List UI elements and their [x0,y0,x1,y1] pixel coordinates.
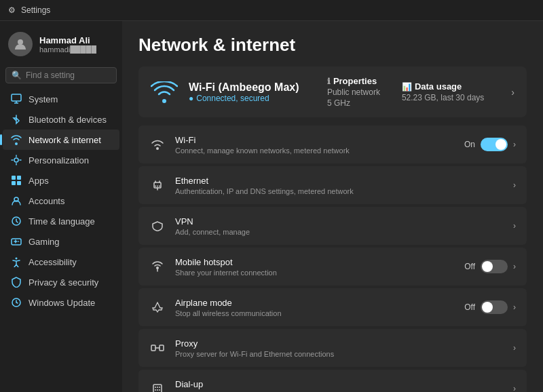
wifi-hero-name: Wi-Fi (Ambeego Max) [189,81,299,94]
settings-icon-vpn [149,218,166,234]
wifi-data-usage[interactable]: 📊 Data usage 52.23 GB, last 30 days [402,81,484,102]
sidebar-item-time[interactable]: Time & language [3,211,119,231]
settings-right-vpn: › [513,221,516,231]
chevron-airplane: › [513,302,516,312]
title-bar-text: Settings [21,5,50,15]
user-info: Hammad Ali hammadi█████ [39,35,96,54]
wifi-hero-right: ℹ Properties Public network 5 GHz 📊 Data… [327,76,514,108]
toggle-airplane[interactable] [481,300,508,314]
sidebar-item-network[interactable]: Network & internet [3,130,119,150]
settings-item-wifi[interactable]: Wi-Fi Connect, manage known networks, me… [138,125,527,163]
wifi-properties[interactable]: ℹ Properties Public network 5 GHz [327,76,380,108]
settings-right-proxy: › [513,343,516,353]
settings-item-vpn[interactable]: VPN Add, connect, manage › [138,207,527,245]
nav-label-accessibility: Accessibility [29,257,77,267]
svg-point-19 [157,387,158,388]
svg-rect-17 [153,385,162,392]
title-bar: ⚙ Settings [0,0,543,21]
svg-point-0 [18,39,23,45]
nav-label-system: System [29,94,58,104]
sidebar-item-apps[interactable]: Apps [3,170,119,191]
sidebar-item-personalization[interactable]: Personalization [3,150,119,170]
wifi-properties-title: ℹ Properties [327,76,380,86]
settings-text-wifi: Wi-Fi Connect, manage known networks, me… [175,135,455,155]
toggle-thumb-wifi [495,139,506,150]
sidebar-item-gaming[interactable]: Gaming [3,231,119,252]
sidebar: Hammad Ali hammadi█████ 🔍 System Bluetoo… [0,21,122,392]
toggle-wifi[interactable] [481,138,508,151]
chevron-ethernet: › [513,180,516,190]
svg-point-10 [16,258,18,260]
nav-icon-network [11,134,22,145]
search-input[interactable] [26,71,111,80]
svg-rect-3 [12,176,16,180]
sidebar-item-update[interactable]: Windows Update [3,292,119,313]
settings-item-hotspot[interactable]: Mobile hotspot Share your internet conne… [138,248,527,286]
nav-label-bluetooth: Bluetooth & devices [29,115,107,125]
settings-title-dialup: Dial-up [175,379,504,389]
settings-desc-airplane: Stop all wireless communication [175,309,455,317]
toggle-thumb-airplane [482,302,493,313]
settings-text-proxy: Proxy Proxy server for Wi-Fi and Etherne… [175,338,504,358]
sidebar-item-system[interactable]: System [3,89,119,109]
toggle-thumb-hotspot [482,261,493,272]
settings-desc-vpn: Add, connect, manage [175,228,504,236]
nav-items-container: System Bluetooth & devices Network & int… [0,89,122,313]
settings-icon-hotspot [149,258,166,275]
svg-point-20 [159,387,160,388]
settings-item-dialup[interactable]: Dial-up Set up a dial-up internet connec… [138,370,527,392]
settings-title-vpn: VPN [175,216,504,227]
svg-rect-13 [154,182,161,188]
nav-icon-time [11,216,22,227]
user-name: Hammad Ali [39,35,96,45]
svg-point-23 [159,389,160,391]
settings-item-ethernet[interactable]: Ethernet Authentication, IP and DNS sett… [138,166,527,204]
nav-icon-system [11,94,22,104]
svg-point-12 [156,147,159,150]
sidebar-item-bluetooth[interactable]: Bluetooth & devices [3,109,119,130]
wifi-hero-status: ● Connected, secured [189,94,299,103]
settings-title-hotspot: Mobile hotspot [175,257,455,267]
user-email: hammadi█████ [39,45,96,54]
settings-text-vpn: VPN Add, connect, manage [175,216,504,236]
chevron-dialup: › [513,384,516,392]
settings-title-ethernet: Ethernet [175,176,504,186]
svg-point-22 [157,389,158,391]
wifi-hero-info: Wi-Fi (Ambeego Max) ● Connected, secured [189,81,299,103]
svg-rect-5 [12,181,16,185]
settings-desc-proxy: Proxy server for Wi-Fi and Ethernet conn… [175,350,504,358]
main-content: Network & internet Wi-Fi (Ambeego Max) ●… [122,21,543,392]
settings-icon-proxy [149,340,166,356]
sidebar-item-accessibility[interactable]: Accessibility [3,252,119,272]
sidebar-item-privacy[interactable]: Privacy & security [3,272,119,292]
sidebar-item-accounts[interactable]: Accounts [3,191,119,211]
wifi-hero-card[interactable]: Wi-Fi (Ambeego Max) ● Connected, secured… [138,66,527,117]
settings-text-hotspot: Mobile hotspot Share your internet conne… [175,257,455,277]
svg-rect-16 [160,345,164,351]
wifi-hero-icon [151,81,178,103]
nav-icon-accounts [11,195,22,206]
nav-icon-bluetooth [11,114,22,125]
chevron-vpn: › [513,221,516,231]
app-container: Hammad Ali hammadi█████ 🔍 System Bluetoo… [0,21,543,392]
nav-label-gaming: Gaming [29,237,60,247]
settings-right-airplane: Off › [464,300,516,314]
settings-text-dialup: Dial-up Set up a dial-up internet connec… [175,379,504,393]
settings-title-wifi: Wi-Fi [175,135,455,145]
settings-icon-airplane [149,299,166,315]
settings-text-airplane: Airplane mode Stop all wireless communic… [175,298,455,317]
search-box[interactable]: 🔍 [5,67,117,83]
wifi-properties-line2: 5 GHz [327,98,380,108]
hero-chevron: › [511,87,514,98]
svg-rect-15 [151,345,155,351]
toggle-label-hotspot: Off [464,262,475,271]
settings-item-proxy[interactable]: Proxy Proxy server for Wi-Fi and Etherne… [138,329,527,367]
settings-desc-hotspot: Share your internet connection [175,269,455,277]
user-profile[interactable]: Hammad Ali hammadi█████ [0,26,122,64]
settings-item-airplane[interactable]: Airplane mode Stop all wireless communic… [138,288,527,326]
nav-label-apps: Apps [29,176,49,186]
nav-icon-personalization [11,155,22,165]
toggle-hotspot[interactable] [481,260,508,273]
wifi-data-usage-value: 52.23 GB, last 30 days [402,93,484,102]
nav-icon-gaming [11,236,22,247]
